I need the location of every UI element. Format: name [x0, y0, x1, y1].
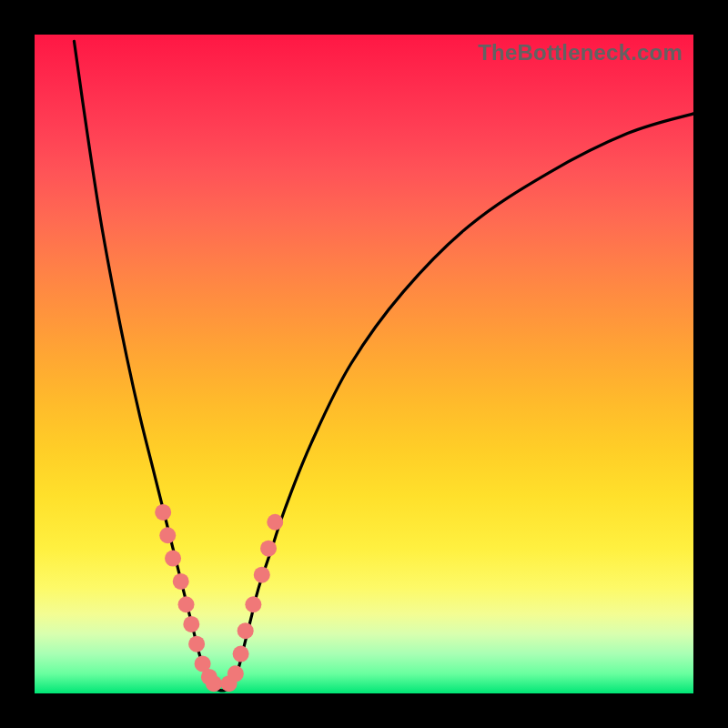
chart-svg [35, 35, 693, 693]
plot-area: TheBottleneck.com [35, 35, 693, 693]
curve-group [74, 41, 693, 691]
right-curve [232, 114, 693, 687]
marker-group [155, 504, 283, 692]
marker-dot [178, 596, 195, 612]
marker-dot [260, 541, 277, 557]
marker-dot [238, 622, 254, 639]
marker-dot [188, 636, 205, 652]
marker-dot [245, 596, 261, 612]
left-curve [74, 41, 212, 687]
chart-frame: TheBottleneck.com [0, 0, 728, 728]
marker-dot [183, 616, 199, 632]
marker-dot [233, 646, 249, 662]
marker-dot [155, 504, 171, 521]
marker-dot [267, 514, 283, 531]
marker-dot [165, 551, 181, 567]
marker-dot [254, 567, 270, 583]
marker-dot [228, 665, 244, 682]
marker-dot [159, 527, 176, 543]
marker-dot [173, 573, 189, 590]
marker-dot [206, 675, 222, 692]
